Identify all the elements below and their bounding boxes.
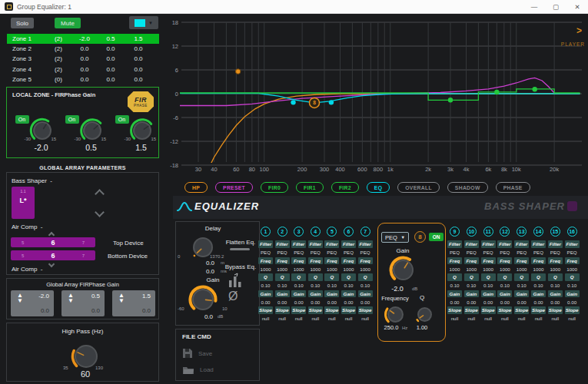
fir-gain-spinner-3[interactable]: ▲▼ 1.5 0.0 xyxy=(112,290,155,316)
field-value-freq[interactable]: 1000 xyxy=(548,266,563,273)
spinner-arrows-icon[interactable]: ▲▼ xyxy=(116,293,127,303)
channel-number[interactable]: 2 xyxy=(277,227,287,237)
view-button-eq[interactable]: EQ xyxy=(367,182,390,193)
field-value-filter[interactable]: PEQ xyxy=(548,249,563,256)
field-value-slope[interactable]: null xyxy=(481,315,496,322)
field-value-gain[interactable]: 0.00 xyxy=(308,299,323,306)
curve-handle[interactable] xyxy=(494,90,499,94)
field-value-filter[interactable]: PEQ xyxy=(497,249,512,256)
curve-handle[interactable] xyxy=(236,69,241,74)
field-value-q[interactable]: 0.10 xyxy=(275,282,290,289)
field-value-gain[interactable]: 0.00 xyxy=(358,299,373,306)
field-value-q[interactable]: 0.10 xyxy=(341,282,356,289)
field-value-filter[interactable]: PEQ xyxy=(565,249,580,256)
fir-on-button[interactable]: On xyxy=(15,115,29,124)
field-value-q[interactable]: 0.10 xyxy=(358,282,373,289)
field-value-freq[interactable]: 1000 xyxy=(308,266,323,273)
close-icon[interactable]: ✕ xyxy=(566,0,588,14)
load-button[interactable]: Load xyxy=(182,365,214,375)
channel-number[interactable]: 4 xyxy=(311,227,321,237)
field-value-freq[interactable]: 1000 xyxy=(291,266,306,273)
field-value-q[interactable]: 0.10 xyxy=(464,282,479,289)
field-value-q[interactable]: 0.10 xyxy=(324,282,339,289)
maximize-icon[interactable]: ▢ xyxy=(545,0,566,14)
channel-freq-knob[interactable] xyxy=(384,303,407,326)
top-device-slider[interactable]: 5 6 7 xyxy=(11,237,95,247)
field-value-freq[interactable]: 1000 xyxy=(514,266,529,273)
view-button-phase[interactable]: PHASE xyxy=(496,182,530,193)
field-value-slope[interactable]: null xyxy=(291,315,306,322)
field-value-gain[interactable]: 0.00 xyxy=(531,299,546,306)
curve-handle[interactable] xyxy=(291,100,295,104)
field-value-q[interactable]: 0.10 xyxy=(497,282,512,289)
view-button-fir2[interactable]: FIR2 xyxy=(331,182,359,193)
channel-number[interactable]: 1 xyxy=(261,227,271,237)
filter-type-select[interactable]: PEQ ▼ xyxy=(381,232,409,243)
field-value-q[interactable]: 0.10 xyxy=(514,282,529,289)
solo-button[interactable]: Solo xyxy=(11,18,34,28)
field-value-filter[interactable]: PEQ xyxy=(324,249,339,256)
field-value-gain[interactable]: 0.00 xyxy=(447,299,462,306)
field-value-freq[interactable]: 1000 xyxy=(324,266,339,273)
view-button-shadow[interactable]: SHADOW xyxy=(447,182,488,193)
field-value-filter[interactable]: PEQ xyxy=(258,249,273,256)
curve-handle[interactable] xyxy=(533,87,537,91)
channel-number[interactable]: 10 xyxy=(467,227,477,237)
channel-gain-knob[interactable] xyxy=(389,256,417,284)
zone-row-5[interactable]: Zone 5(0)0.00.00.0 xyxy=(7,74,159,84)
flatten-eq-slider[interactable] xyxy=(230,248,250,250)
zone-row-3[interactable]: Zone 3(2)0.00.00.0 xyxy=(7,54,159,64)
field-value-freq[interactable]: 1000 xyxy=(497,266,512,273)
field-value-slope[interactable]: null xyxy=(514,315,529,322)
field-value-q[interactable]: 0.10 xyxy=(531,282,546,289)
curve-handle[interactable] xyxy=(329,100,334,104)
view-button-fir1[interactable]: FIR1 xyxy=(296,182,324,193)
channel-number[interactable]: 12 xyxy=(500,227,510,237)
curve-handle[interactable] xyxy=(448,98,453,102)
field-value-slope[interactable]: null xyxy=(275,315,290,322)
view-button-overall[interactable]: OVERALL xyxy=(397,182,440,193)
field-value-gain[interactable]: 0.00 xyxy=(291,299,306,306)
field-value-q[interactable]: 0.10 xyxy=(481,282,496,289)
field-value-filter[interactable]: PEQ xyxy=(341,249,356,256)
minimize-icon[interactable]: — xyxy=(523,0,545,14)
fir-gain-spinner-2[interactable]: ▲▼ 0.5 0.0 xyxy=(61,290,105,316)
field-value-slope[interactable]: null xyxy=(548,315,563,322)
bottom-device-slider[interactable]: 5 6 7 xyxy=(11,250,95,260)
gain-knob[interactable] xyxy=(188,285,218,314)
field-value-filter[interactable]: PEQ xyxy=(447,249,462,256)
channel-number[interactable]: 7 xyxy=(360,227,370,237)
field-value-q[interactable]: 0.10 xyxy=(447,282,462,289)
field-value-filter[interactable]: PEQ xyxy=(308,249,323,256)
channel-number-badge[interactable]: 8 xyxy=(414,231,426,243)
field-value-q[interactable]: 0.10 xyxy=(548,282,563,289)
field-value-slope[interactable]: null xyxy=(565,315,580,322)
channel-q-knob[interactable] xyxy=(414,303,436,326)
field-value-gain[interactable]: 0.00 xyxy=(481,299,496,306)
field-value-gain[interactable]: 0.00 xyxy=(548,299,563,306)
spinner-arrows-icon[interactable]: ▲▼ xyxy=(15,293,25,303)
field-value-slope[interactable]: null xyxy=(308,315,323,322)
zone-row-1[interactable]: Zone 1(2)-2.00.51.5 xyxy=(7,34,159,44)
field-value-slope[interactable]: null xyxy=(341,315,356,322)
fir-on-button[interactable]: On xyxy=(115,115,129,124)
field-value-freq[interactable]: 1000 xyxy=(565,266,580,273)
bypass-eq-icon[interactable] xyxy=(227,273,245,290)
field-value-gain[interactable]: 0.00 xyxy=(497,299,512,306)
field-value-slope[interactable]: null xyxy=(464,315,479,322)
channel-number[interactable]: 5 xyxy=(327,227,337,237)
field-value-filter[interactable]: PEQ xyxy=(275,249,290,256)
channel-number[interactable]: 13 xyxy=(517,227,527,237)
zone-row-2[interactable]: Zone 2(2)0.00.00.0 xyxy=(7,44,159,54)
player-chevron-icon[interactable]: > xyxy=(576,25,582,36)
field-value-q[interactable]: 0.10 xyxy=(565,282,580,289)
field-value-freq[interactable]: 1000 xyxy=(341,266,356,273)
fir-on-button[interactable]: On xyxy=(65,115,79,124)
field-value-gain[interactable]: 0.00 xyxy=(341,299,356,306)
field-value-gain[interactable]: 0.00 xyxy=(464,299,479,306)
field-value-slope[interactable]: null xyxy=(358,315,373,322)
field-value-slope[interactable]: null xyxy=(447,315,462,322)
zone-color-picker[interactable]: ▼ xyxy=(129,16,158,29)
field-value-slope[interactable]: null xyxy=(531,315,546,322)
view-button-hp[interactable]: HP xyxy=(184,182,208,193)
